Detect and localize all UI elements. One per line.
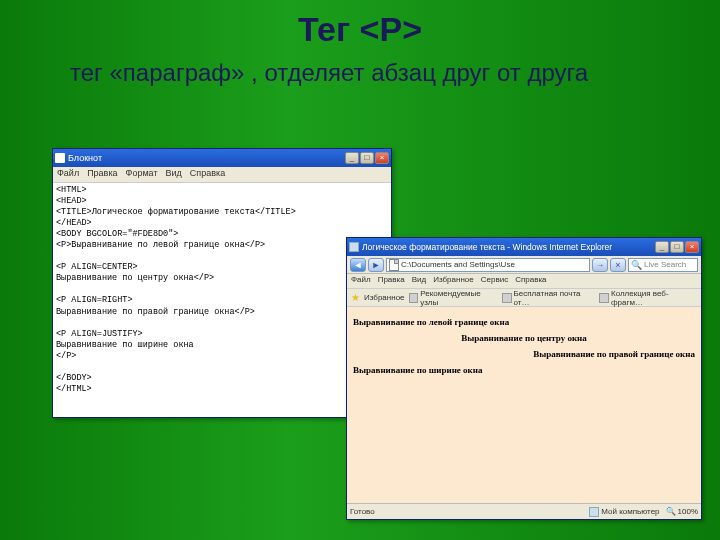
notepad-title: Блокнот <box>68 153 102 163</box>
browser-menubar[interactable]: Файл Правка Вид Избранное Сервис Справка <box>347 274 701 289</box>
notepad-icon <box>55 153 65 163</box>
slide-title: Тег <P> <box>0 0 720 49</box>
slide-subtitle: тег «параграф» , отделяет абзац друг от … <box>0 49 720 88</box>
toolbar-link[interactable]: Рекомендуемые узлы <box>409 289 498 307</box>
computer-icon <box>589 507 599 517</box>
paragraph-center: Выравнивание по центру окна <box>353 333 695 343</box>
search-icon: 🔍 <box>631 259 642 271</box>
toolbar-link[interactable]: Коллекция веб-фрагм… <box>599 289 697 307</box>
menu-item[interactable]: Вид <box>166 168 182 181</box>
browser-window: Логическое форматирование текста - Windo… <box>346 237 702 520</box>
minimize-button[interactable]: _ <box>345 152 359 164</box>
link-icon <box>502 293 512 303</box>
menu-item[interactable]: Справка <box>515 275 546 287</box>
notepad-textarea[interactable]: <HTML> <HEAD> <TITLE>Логическое форматир… <box>53 183 391 417</box>
status-text: Готово <box>350 507 375 516</box>
zoom-icon: 🔍 <box>666 507 676 516</box>
forward-button[interactable]: ► <box>368 258 384 272</box>
refresh-button[interactable]: × <box>610 258 626 272</box>
menu-item[interactable]: Сервис <box>481 275 508 287</box>
file-icon <box>389 259 399 271</box>
menu-item[interactable]: Избранное <box>433 275 474 287</box>
menu-item[interactable]: Вид <box>412 275 426 287</box>
maximize-button[interactable]: □ <box>670 241 684 253</box>
toolbar-link[interactable]: Бесплатная почта от… <box>502 289 595 307</box>
search-placeholder: Live Search <box>644 259 686 271</box>
menu-item[interactable]: Файл <box>57 168 79 181</box>
menu-item[interactable]: Формат <box>126 168 158 181</box>
menu-item[interactable]: Правка <box>378 275 405 287</box>
zoom-control[interactable]: 🔍100% <box>666 507 698 516</box>
close-button[interactable]: × <box>685 241 699 253</box>
paragraph-right: Выравнивание по правой границе окна <box>353 349 695 359</box>
link-icon <box>599 293 609 303</box>
favorites-icon[interactable]: ★ <box>351 292 360 303</box>
link-icon <box>409 293 419 303</box>
minimize-button[interactable]: _ <box>655 241 669 253</box>
browser-statusbar: Готово Мой компьютер 🔍100% <box>347 503 701 519</box>
back-button[interactable]: ◄ <box>350 258 366 272</box>
go-button[interactable]: → <box>592 258 608 272</box>
address-input[interactable]: C:\Documents and Settings\Use <box>386 258 590 272</box>
browser-addressbar-row: ◄ ► C:\Documents and Settings\Use → × 🔍 … <box>347 256 701 274</box>
browser-toolbar: ★ Избранное Рекомендуемые узлы Бесплатна… <box>347 289 701 307</box>
paragraph-justify: Выравнивание по ширине окна <box>353 365 695 375</box>
notepad-titlebar[interactable]: Блокнот _ □ × <box>53 149 391 167</box>
notepad-window: Блокнот _ □ × Файл Правка Формат Вид Спр… <box>52 148 392 418</box>
search-input[interactable]: 🔍 Live Search <box>628 258 698 272</box>
browser-titlebar[interactable]: Логическое форматирование текста - Windo… <box>347 238 701 256</box>
paragraph-left: Выравнивание по левой границе окна <box>353 317 695 327</box>
browser-viewport: Выравнивание по левой границе окна Вырав… <box>347 307 701 503</box>
security-zone[interactable]: Мой компьютер <box>589 507 659 517</box>
favorites-label[interactable]: Избранное <box>364 293 405 302</box>
close-button[interactable]: × <box>375 152 389 164</box>
menu-item[interactable]: Правка <box>87 168 117 181</box>
menu-item[interactable]: Справка <box>190 168 225 181</box>
notepad-menubar[interactable]: Файл Правка Формат Вид Справка <box>53 167 391 183</box>
address-text: C:\Documents and Settings\Use <box>401 259 515 271</box>
maximize-button[interactable]: □ <box>360 152 374 164</box>
ie-icon <box>349 242 359 252</box>
menu-item[interactable]: Файл <box>351 275 371 287</box>
browser-title: Логическое форматирование текста - Windo… <box>362 242 612 252</box>
